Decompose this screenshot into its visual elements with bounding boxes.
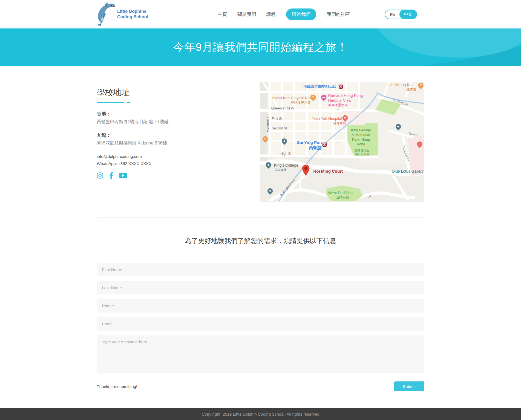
- copyright-text: Copy right 2019 Little Dolphin Coding Sc…: [202, 412, 319, 416]
- main-nav: 主頁 關於我們 課程 聯絡我們 我們的社區: [218, 0, 350, 28]
- map-label-tsan-yuk: Tsan Yuk Hospital: [312, 116, 342, 121]
- google-map-embed[interactable]: 港鐵西營盤站A2出口 Ж Lin Heung Kui 蓮香居 Ψ Kwan Ke…: [260, 82, 424, 202]
- map-label-western-st: Western St: [266, 112, 270, 135]
- map-label-ramada-2: Harbour View: [328, 98, 352, 103]
- logo[interactable]: Little Dophine Coding School: [95, 1, 148, 27]
- street-arrow-right-icon: →: [335, 140, 338, 144]
- section-divider: [97, 218, 424, 218]
- street-arrow-right-icon: →: [403, 157, 406, 161]
- map-label-kgv-park: King George V Memorial Park, Hong Kong: [344, 128, 378, 147]
- language-option-en[interactable]: En: [385, 12, 400, 17]
- phone-input[interactable]: [97, 299, 424, 312]
- map-label-kings-college: King's College: [274, 163, 298, 168]
- submit-button[interactable]: Submit: [394, 381, 424, 391]
- map-label-first-st: First St: [272, 117, 282, 121]
- heading-underline-decoration: [97, 102, 169, 103]
- hero-title: 今年9月讓我們共同開始編程之旅！: [0, 28, 521, 66]
- map-label-kwan-kee: Kwan Kee Claypot Rice: [272, 95, 313, 100]
- street-arrow-left-icon: ←: [336, 107, 340, 111]
- mtr-badge-icon: Ж: [339, 85, 343, 89]
- dolphin-logo-icon: [95, 1, 116, 27]
- hero-banner: 今年9月讓我們共同開始編程之旅！: [0, 28, 521, 66]
- hk-address-label: 香港：: [97, 111, 169, 117]
- language-toggle[interactable]: En 中文: [385, 10, 417, 19]
- facebook-icon[interactable]: [108, 172, 114, 179]
- form-heading: 為了更好地讓我們了解您的需求，煩請提供以下信息: [97, 236, 424, 245]
- hk-address-line: 西營盤巴丙頓道4號海明苑 地下1號鋪: [97, 119, 169, 125]
- nav-item-contact[interactable]: 聯絡我們: [286, 8, 316, 20]
- address-map-section: 學校地址 香港： 西營盤巴丙頓道4號海明苑 地下1號鋪 九龍： 黃埔花園11期德…: [97, 66, 424, 202]
- map-label-high-st: High St: [281, 152, 291, 156]
- map-label-kwan-kee-zh: 坤記煲仔小菜: [291, 101, 311, 105]
- language-option-zh[interactable]: 中文: [399, 10, 417, 19]
- nav-item-home[interactable]: 主頁: [218, 11, 227, 18]
- map-label-lin-heung-kui-zh: 蓮香居: [407, 87, 416, 92]
- email-text[interactable]: info@dolphincoding.com: [97, 154, 169, 159]
- map-label-sai-ying-pun: Sai Ying Pun: [297, 140, 322, 145]
- nav-item-community[interactable]: 我們的社區: [327, 11, 350, 18]
- social-links: [97, 172, 169, 179]
- map-label-kgv-park-zh: 香港佐治五 世紀念公園: [355, 148, 370, 156]
- nav-item-courses[interactable]: 課程: [266, 11, 276, 18]
- street-arrow-down-icon: ↓: [274, 145, 275, 149]
- map-label-west-end-park-zh: 城西公園: [336, 196, 350, 200]
- whatsapp-text: WhatsApp: +852 XXXX XXXX: [97, 161, 169, 166]
- header: Little Dophine Coding School 主頁 關於我們 課程 …: [0, 0, 521, 28]
- nav-item-about[interactable]: 關於我們: [237, 11, 256, 18]
- street-arrow-right-icon: →: [309, 153, 312, 157]
- map-label-lin-heung-kui: Lin Heung Kui: [388, 82, 413, 87]
- map-label-second-st: Second St: [272, 126, 287, 131]
- first-name-input[interactable]: [97, 263, 424, 276]
- school-address-column: 學校地址 香港： 西營盤巴丙頓道4號海明苑 地下1號鋪 九龍： 黃埔花園11期德…: [97, 66, 169, 202]
- message-textarea[interactable]: [97, 335, 424, 373]
- kln-address-label: 九龍：: [97, 132, 169, 138]
- map-label-ramada-1: Ramada Hong Kong: [328, 93, 363, 98]
- address-heading: 學校地址: [97, 87, 169, 98]
- youtube-icon[interactable]: [119, 172, 127, 179]
- footer: Copy right 2019 Little Dolphin Coding Sc…: [0, 408, 521, 420]
- mtr-badge-icon: Ж: [323, 143, 327, 147]
- destination-pin-icon[interactable]: [302, 165, 310, 176]
- kln-address-line: 黃埔花園11期德康街 Kidzone B56鋪: [97, 140, 169, 146]
- map-label-blue-lotus-gallery: Blue Lotus Gallery: [392, 169, 424, 174]
- logo-text: Little Dophine Coding School: [117, 9, 148, 20]
- last-name-input[interactable]: [97, 281, 424, 294]
- instagram-icon[interactable]: [97, 172, 103, 179]
- email-input[interactable]: [97, 317, 424, 331]
- contact-form: Thanks for submitting! Submit: [97, 263, 424, 391]
- map-label-hoi-ming-court: Hoi Ming Court: [313, 169, 343, 174]
- map-label-mtr-exit: 港鐵西營盤站A2出口: [304, 84, 337, 89]
- map-label-sai-ying-pun-zh: 西營盤: [309, 145, 321, 150]
- map-label-kings-college-zh: 英皇書院: [275, 168, 287, 172]
- map-label-queens-rd: Queen's Rd W: [271, 106, 294, 111]
- submit-status-text: Thanks for submitting!: [97, 384, 137, 389]
- map-label-west-end-park: West End Park: [328, 190, 354, 195]
- map-label-tsan-yuk-zh: 贊育醫院: [333, 121, 346, 126]
